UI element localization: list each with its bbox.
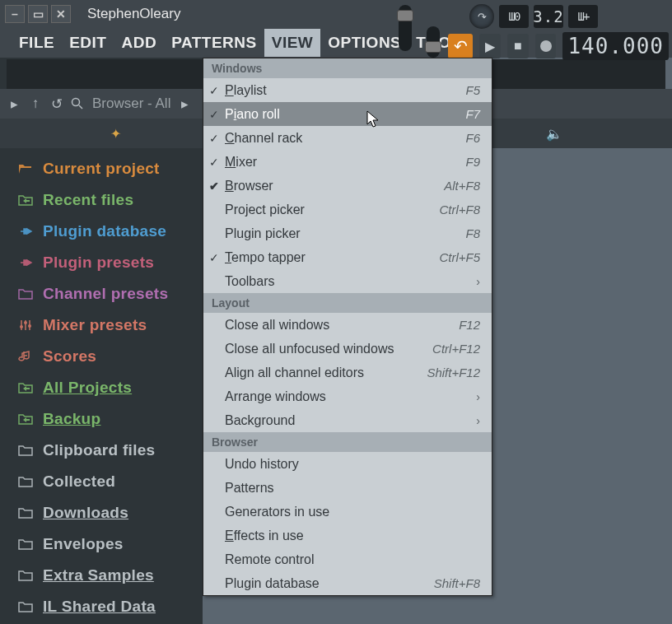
browser-item-backup[interactable]: Backup	[0, 403, 198, 435]
browser-item-current-project[interactable]: Current project	[0, 153, 198, 184]
menu-item-undo-history[interactable]: Undo history	[203, 452, 492, 476]
browser-tool-favorite-icon[interactable]: ✦	[110, 126, 121, 142]
browser-item-all-projects[interactable]: All Projects	[0, 372, 198, 403]
svg-point-3	[24, 321, 27, 324]
folder-arrow-icon	[18, 412, 33, 426]
menu-item-channel-rack[interactable]: ✓Channel rackF6	[203, 126, 492, 150]
menu-item-label: Background	[225, 413, 492, 428]
menu-item-plugin-picker[interactable]: Plugin pickerF8	[203, 221, 492, 245]
menu-item-align-all-channel-editors[interactable]: Align all channel editorsShift+F12	[203, 361, 492, 384]
pattern-lcd[interactable]: Ш0	[499, 5, 529, 28]
menu-item-plugin-database[interactable]: Plugin databaseShift+F8	[203, 571, 492, 595]
menu-shortcut: Shift+F12	[427, 366, 480, 380]
menu-patterns[interactable]: PATTERNS	[164, 29, 264, 57]
browser-item-label: Plugin presets	[43, 254, 154, 272]
browser-item-label: IL Shared Data	[43, 598, 156, 616]
browser-item-label: Downloads	[43, 504, 128, 522]
menu-item-label: Effects in use	[225, 529, 492, 543]
menu-section-header: Browser	[203, 432, 492, 452]
browser-item-label: Channel presets	[43, 285, 168, 303]
browser-item-scores[interactable]: Scores	[0, 341, 198, 372]
browser-tool-audio-icon[interactable]: 🔈	[546, 126, 562, 142]
folder-icon	[18, 568, 33, 583]
browser-item-label: Plugin database	[43, 222, 166, 240]
browser-item-label: Collected	[43, 473, 115, 491]
checkmark-icon: ✓	[203, 108, 225, 121]
browser-item-label: Recent files	[43, 191, 133, 209]
window-title: StephenOleary	[87, 6, 180, 22]
record-button[interactable]	[535, 34, 557, 58]
browser-item-recent-files[interactable]: Recent files	[0, 184, 198, 216]
menu-item-background[interactable]: Background›	[203, 408, 492, 432]
menu-item-project-picker[interactable]: Project pickerCtrl+F8	[203, 198, 492, 221]
menu-item-label: Plugin picker	[225, 226, 492, 241]
menu-item-tempo-tapper[interactable]: ✓Tempo tapperCtrl+F5	[203, 245, 492, 269]
menu-item-label: Undo history	[225, 457, 492, 472]
menu-item-close-all-unfocused-windows[interactable]: Close all unfocused windowsCtrl+F12	[203, 337, 492, 361]
tempo-display[interactable]: 140.000	[562, 32, 669, 60]
browser-up-icon[interactable]: ↑	[28, 95, 43, 112]
browser-item-collected[interactable]: Collected	[0, 466, 198, 497]
menu-item-label: Remote control	[225, 552, 492, 567]
browser-item-label: Backup	[43, 410, 100, 428]
menu-item-browser[interactable]: ✔BrowserAlt+F8	[203, 174, 492, 198]
browser-item-il-shared-data[interactable]: IL Shared Data	[0, 591, 198, 622]
menu-item-label: Arrange windows	[225, 389, 492, 404]
browser-item-label: Extra Samples	[43, 566, 154, 584]
browser-expand-icon[interactable]: ▸	[177, 95, 192, 113]
browser-item-plugin-presets[interactable]: Plugin presets	[0, 247, 198, 278]
folder-icon	[18, 474, 33, 489]
menu-add[interactable]: ADD	[114, 29, 164, 57]
browser-back-icon[interactable]: ↺	[49, 95, 64, 113]
undo-button[interactable]: ↶	[448, 34, 473, 58]
checkmark-icon: ✓	[203, 156, 225, 169]
submenu-arrow-icon: ›	[476, 275, 480, 288]
menu-item-playlist[interactable]: ✓PlaylistF5	[203, 78, 492, 102]
folder-icon	[18, 443, 33, 458]
browser-collapse-icon[interactable]: ▸	[7, 95, 21, 113]
menu-view[interactable]: VIEW	[264, 29, 321, 57]
browser-item-extra-samples[interactable]: Extra Samples	[0, 560, 198, 591]
menu-item-close-all-windows[interactable]: Close all windowsF12	[203, 313, 492, 337]
menu-file[interactable]: FILE	[12, 29, 62, 57]
plug-icon	[18, 224, 33, 239]
menu-edit[interactable]: EDIT	[62, 29, 114, 57]
menu-item-label: Channel rack	[225, 131, 492, 146]
browser-item-clipboard-files[interactable]: Clipboard files	[0, 435, 198, 466]
minimize-button[interactable]: –	[5, 5, 25, 23]
checkmark-icon: ✓	[203, 84, 225, 97]
menu-options[interactable]: OPTIONS	[320, 29, 408, 57]
master-volume-fader[interactable]	[427, 26, 440, 58]
menu-shortcut: Shift+F8	[434, 576, 480, 590]
browser-item-channel-presets[interactable]: Channel presets	[0, 278, 198, 310]
menu-item-label: Patterns	[225, 481, 492, 496]
menu-item-toolbars[interactable]: Toolbars›	[203, 269, 492, 293]
checkmark-icon: ✓	[203, 132, 225, 145]
menu-item-arrange-windows[interactable]: Arrange windows›	[203, 384, 492, 408]
stop-button[interactable]: ■	[507, 34, 529, 58]
menu-item-generators-in-use[interactable]: Generators in use	[203, 500, 492, 524]
browser-item-downloads[interactable]: Downloads	[0, 497, 198, 529]
browser-item-mixer-presets[interactable]: Mixer presets	[0, 310, 198, 341]
menu-shortcut: Ctrl+F12	[432, 342, 480, 356]
search-icon[interactable]	[71, 97, 86, 110]
svg-point-4	[28, 324, 31, 328]
menu-item-mixer[interactable]: ✓MixerF9	[203, 150, 492, 174]
menu-item-remote-control[interactable]: Remote control	[203, 547, 492, 571]
browser-item-envelopes[interactable]: Envelopes	[0, 529, 198, 560]
menu-item-piano-roll[interactable]: ✓Piano rollF7	[203, 102, 492, 126]
master-pitch-fader[interactable]	[399, 5, 412, 51]
menu-item-patterns[interactable]: Patterns	[203, 476, 492, 500]
browser-item-label: Scores	[43, 347, 96, 366]
menu-item-effects-in-use[interactable]: Effects in use	[203, 524, 492, 547]
menu-shortcut: Alt+F8	[444, 179, 480, 193]
close-button[interactable]: ✕	[51, 5, 71, 23]
maximize-button[interactable]: ▭	[28, 5, 48, 23]
sliders-icon	[18, 318, 33, 333]
play-button[interactable]: ▶	[479, 34, 501, 58]
snap-knob[interactable]: ↷	[469, 4, 494, 29]
bar-lcd[interactable]: 3.2	[534, 5, 563, 28]
menu-shortcut: F7	[465, 107, 480, 121]
browser-item-plugin-database[interactable]: Plugin database	[0, 216, 198, 247]
beat-lcd[interactable]: Ш+	[568, 5, 598, 28]
